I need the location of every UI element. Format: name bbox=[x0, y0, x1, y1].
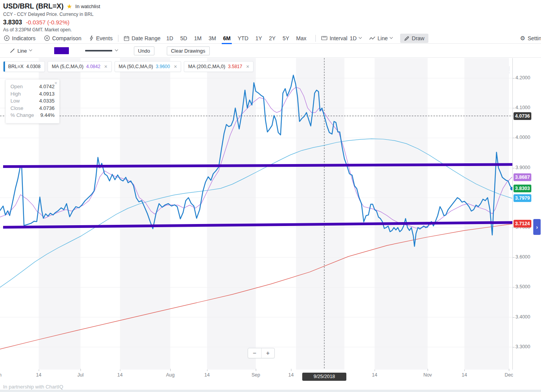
legend-main-color-bar bbox=[3, 61, 5, 72]
clear-drawings-button[interactable]: Clear Drawings bbox=[167, 46, 210, 55]
chart-type-label: Line bbox=[378, 35, 388, 41]
crosshair-date-badge: 9/25/2018 bbox=[302, 373, 346, 381]
ohlc-value: 4.0335 bbox=[39, 98, 55, 105]
legend-ma-value: 4.0842 bbox=[86, 64, 101, 69]
range-button-1d[interactable]: 1D bbox=[163, 33, 177, 44]
range-button-3m[interactable]: 3M bbox=[205, 33, 219, 44]
draw-tool-dropdown[interactable]: Line bbox=[10, 48, 32, 54]
zoom-controls: − + bbox=[248, 348, 275, 358]
x-axis-label: Dec bbox=[505, 372, 513, 378]
close-icon[interactable]: × bbox=[246, 63, 249, 70]
legend-chip-main[interactable]: BRL=X 4.0308 bbox=[3, 61, 45, 72]
range-button-5d[interactable]: 5D bbox=[177, 33, 191, 44]
y-axis-tick bbox=[513, 257, 515, 258]
header: USD/BRL (BRL=X) ★ In watchlist CCY - CCY… bbox=[3, 2, 100, 33]
legend-chip-ma-2[interactable]: MA (50,C,MA,0)3.9600× bbox=[115, 61, 181, 72]
month-band bbox=[296, 58, 344, 370]
ohlc-row: Low4.0335 bbox=[10, 98, 55, 105]
x-axis-label: 14 bbox=[204, 372, 210, 378]
indicators-button[interactable]: Indicators bbox=[4, 35, 36, 41]
ohlc-value: 4.0742 bbox=[39, 83, 55, 91]
line-chart-icon bbox=[369, 36, 375, 41]
chevron-down-icon bbox=[115, 48, 118, 51]
price-badge-ma50: 3.7979 bbox=[514, 194, 531, 202]
y-axis-tick bbox=[513, 138, 515, 138]
gear-icon: ⚙ bbox=[520, 35, 525, 42]
date-range-label: Date Range bbox=[132, 35, 161, 41]
interval-value: 1D bbox=[350, 35, 357, 41]
y-axis-tick bbox=[513, 168, 515, 168]
y-axis-tick bbox=[513, 317, 515, 318]
x-axis-label: Sep bbox=[252, 372, 260, 378]
range-button-1y[interactable]: 1Y bbox=[252, 33, 265, 44]
toolbar-divider bbox=[118, 35, 118, 42]
undo-button[interactable]: Undo bbox=[134, 46, 154, 55]
price-badge-ma200: 3.7124 bbox=[514, 220, 531, 228]
y-axis-label: 4.0000 bbox=[515, 135, 530, 140]
legend-main-value: 4.0308 bbox=[26, 64, 41, 69]
ohlc-value: 4.0736 bbox=[39, 105, 55, 112]
y-axis-tick bbox=[513, 108, 515, 108]
ohlc-row: High4.0913 bbox=[10, 91, 55, 98]
line-style-dropdown[interactable] bbox=[85, 50, 118, 52]
y-axis-label: 3.9000 bbox=[515, 165, 530, 170]
interval-dropdown[interactable]: Interval 1D bbox=[321, 35, 361, 41]
month-band bbox=[464, 58, 509, 370]
range-selector: 1D5D1M3M6MYTD1Y2Y5YMax bbox=[163, 33, 310, 44]
range-button-5y[interactable]: 5Y bbox=[279, 33, 293, 44]
legend-main-label: BRL=X bbox=[8, 64, 24, 69]
axis-expand-button[interactable]: › bbox=[533, 219, 541, 235]
circle-plus-icon bbox=[44, 35, 50, 41]
range-button-6m[interactable]: 6M bbox=[219, 33, 234, 44]
price-badge-ma5: 3.8687 bbox=[514, 173, 531, 181]
range-button-ytd[interactable]: YTD bbox=[234, 33, 252, 44]
zoom-in-button[interactable]: + bbox=[262, 348, 275, 358]
draw-button[interactable]: Draw bbox=[400, 34, 428, 43]
price-badge-crosshair-price: 4.0736 bbox=[514, 112, 531, 120]
range-button-max[interactable]: Max bbox=[293, 33, 310, 44]
ohlc-label: Close bbox=[10, 105, 23, 112]
page-title: USD/BRL (BRL=X) bbox=[3, 2, 63, 10]
y-axis-label: 3.5000 bbox=[515, 284, 530, 289]
draw-color-swatch[interactable] bbox=[54, 47, 69, 54]
close-icon[interactable]: × bbox=[174, 63, 177, 70]
legend-ma-label: MA (200,C,MA,0) bbox=[188, 64, 225, 69]
y-axis-label: 4.1000 bbox=[515, 105, 530, 110]
legend-chip-ma-3[interactable]: MA (200,C,MA,0)3.5817× bbox=[184, 61, 253, 72]
settings-label: Settings bbox=[527, 35, 541, 41]
range-button-2y[interactable]: 2Y bbox=[265, 33, 279, 44]
chart-type-dropdown[interactable]: Line bbox=[369, 35, 392, 41]
watchlist-star-icon[interactable]: ★ bbox=[67, 3, 72, 10]
y-axis-label: 3.3000 bbox=[515, 344, 530, 349]
watchlist-label[interactable]: In watchlist bbox=[75, 3, 100, 9]
range-button-1m[interactable]: 1M bbox=[191, 33, 205, 44]
events-button[interactable]: Events bbox=[89, 35, 113, 41]
ohlc-row: Open4.0742 bbox=[10, 83, 55, 91]
y-axis-tick bbox=[513, 287, 515, 288]
legend-ma-label: MA (50,C,MA,0) bbox=[119, 64, 153, 69]
date-range-button[interactable]: Date Range bbox=[124, 35, 161, 41]
ohlc-label: % Change bbox=[10, 112, 34, 119]
zoom-out-button[interactable]: − bbox=[248, 348, 261, 358]
y-axis-tick bbox=[513, 347, 515, 347]
interval-label: Interval bbox=[330, 35, 348, 41]
legend-chip-ma-1[interactable]: MA (5,C,MA,0)4.0842× bbox=[48, 61, 112, 72]
close-icon[interactable]: × bbox=[104, 63, 107, 70]
comparison-button[interactable]: Comparison bbox=[44, 35, 81, 41]
chevron-down-icon bbox=[29, 48, 32, 51]
y-axis-label: 4.2000 bbox=[515, 75, 530, 80]
x-axis-label: Nov bbox=[423, 372, 432, 378]
diagonal-line-icon bbox=[10, 48, 15, 53]
ohlc-tooltip-panel: × Open4.0742High4.0913Low4.0335Close4.07… bbox=[5, 79, 60, 123]
as-of-text: As of 3:23PM GMT. Market open. bbox=[3, 27, 100, 33]
settings-button[interactable]: ⚙ Settings bbox=[520, 33, 541, 44]
ohlc-row: Close4.0736 bbox=[10, 105, 55, 112]
x-axis-label: 14 bbox=[288, 372, 294, 378]
close-icon[interactable]: × bbox=[54, 80, 57, 86]
x-axis-label: 14 bbox=[462, 372, 467, 378]
events-label: Events bbox=[96, 35, 113, 41]
price-plot bbox=[0, 58, 513, 370]
ohlc-label: High bbox=[10, 91, 21, 98]
chart-area[interactable]: YAHOO! FINANCE BRL=X 4.0308 MA (5,C,MA,0… bbox=[0, 58, 541, 370]
legend-ma-label: MA (5,C,MA,0) bbox=[52, 64, 84, 69]
